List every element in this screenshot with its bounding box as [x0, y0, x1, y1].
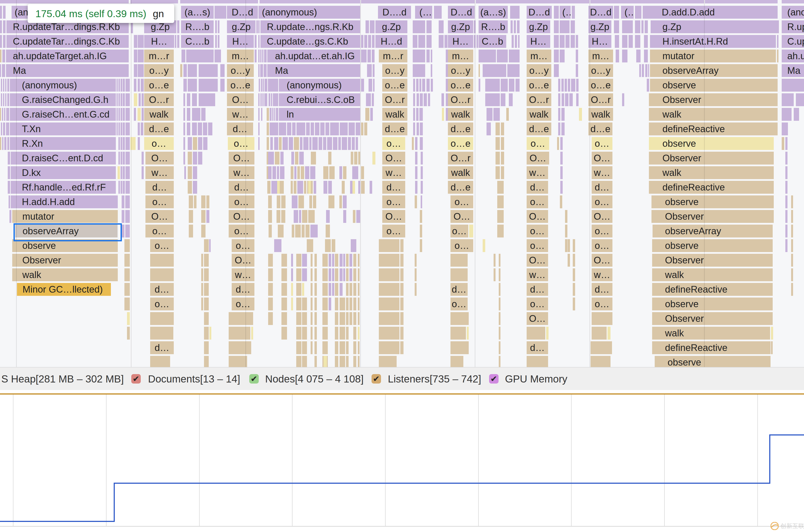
- flame-bar[interactable]: [267, 137, 269, 150]
- flame-bar[interactable]: [198, 122, 202, 135]
- flame-bar-o[interactable]: o…: [527, 298, 548, 310]
- flame-bar-Observer[interactable]: Observer: [12, 254, 118, 267]
- flame-bar[interactable]: [785, 181, 787, 194]
- flame-bar[interactable]: [268, 195, 272, 208]
- flame-bar[interactable]: [301, 166, 304, 179]
- flame-bar[interactable]: [177, 20, 179, 33]
- flame-bar[interactable]: [573, 239, 575, 252]
- flame-bar[interactable]: [358, 356, 360, 367]
- flame-bar[interactable]: [515, 35, 517, 48]
- flame-bar-Observer[interactable]: Observer: [652, 254, 773, 267]
- flame-bar-w[interactable]: w…: [527, 166, 548, 179]
- flame-bar[interactable]: [426, 50, 430, 62]
- flame-bar[interactable]: [349, 312, 352, 325]
- flame-bar[interactable]: [499, 312, 500, 325]
- flame-bar-Observer[interactable]: Observer: [652, 312, 773, 325]
- flame-bar-O[interactable]: O…: [382, 152, 405, 165]
- flame-bar-g.Zp[interactable]: g.Zp: [589, 20, 611, 33]
- flame-bar[interactable]: [353, 327, 356, 340]
- flame-bar[interactable]: [329, 268, 331, 281]
- flame-bar[interactable]: [206, 210, 209, 223]
- flame-bar[interactable]: [258, 108, 260, 121]
- flame-bar[interactable]: [560, 35, 564, 48]
- flame-bar-d[interactable]: d…: [592, 283, 612, 296]
- flame-bar[interactable]: [451, 356, 463, 367]
- flame-bar[interactable]: [267, 122, 269, 135]
- flame-bar[interactable]: [353, 312, 356, 325]
- flame-bar-oe[interactable]: o…e: [227, 79, 254, 92]
- flame-bar[interactable]: [372, 152, 376, 165]
- flame-bar[interactable]: [220, 79, 225, 92]
- flame-bar-observe[interactable]: observe: [655, 356, 770, 367]
- flame-bar[interactable]: [497, 50, 508, 62]
- flame-bar[interactable]: [204, 239, 209, 252]
- flame-bar[interactable]: [188, 137, 192, 150]
- flame-bar[interactable]: [571, 20, 575, 33]
- flame-bar[interactable]: [332, 268, 334, 281]
- flame-bar[interactable]: [0, 35, 2, 48]
- flame-bar-Observer[interactable]: Observer: [651, 210, 774, 223]
- flame-bar[interactable]: [636, 50, 640, 62]
- flame-bar-w[interactable]: w…: [592, 166, 612, 179]
- flame-bar-o[interactable]: o…: [150, 298, 174, 310]
- flame-bar[interactable]: [791, 210, 793, 223]
- flame-bar[interactable]: [3, 122, 5, 135]
- flame-bar[interactable]: [353, 298, 356, 310]
- flame-bar[interactable]: [791, 225, 793, 238]
- flame-bar[interactable]: [346, 327, 349, 340]
- flame-bar-w[interactable]: w…: [592, 268, 612, 281]
- flame-bar-D.raiseCent.D.cd[interactable]: D.raiseC…ent.D.cd: [11, 152, 116, 165]
- flame-bar[interactable]: [314, 356, 317, 367]
- flame-bar[interactable]: [134, 108, 136, 121]
- flame-bar[interactable]: [592, 327, 607, 340]
- flame-bar-d[interactable]: d…: [150, 341, 174, 354]
- flame-bar-de[interactable]: d…e: [382, 122, 407, 135]
- flame-bar[interactable]: [203, 122, 207, 135]
- flame-bar-walk[interactable]: walk: [144, 108, 174, 121]
- flame-bar[interactable]: [782, 122, 788, 135]
- flame-bar[interactable]: [125, 298, 130, 310]
- flame-bar[interactable]: [483, 64, 506, 77]
- flame-bar[interactable]: [451, 341, 469, 354]
- flame-bar[interactable]: [263, 79, 264, 92]
- flame-bar[interactable]: [187, 122, 190, 135]
- flame-bar[interactable]: [299, 195, 304, 208]
- flame-bar[interactable]: [0, 64, 1, 77]
- flame-bar-oy[interactable]: o…y: [382, 64, 407, 77]
- flame-bar[interactable]: [280, 152, 284, 165]
- flame-bar[interactable]: [201, 283, 203, 296]
- flame-bar[interactable]: [311, 122, 314, 135]
- flame-bar[interactable]: [353, 356, 356, 367]
- flame-bar[interactable]: [287, 122, 291, 135]
- flame-bar[interactable]: [791, 268, 793, 281]
- flame-bar[interactable]: [569, 93, 573, 106]
- flame-bar[interactable]: [274, 239, 282, 252]
- flame-bar[interactable]: [560, 166, 563, 179]
- flame-bar[interactable]: [439, 35, 444, 48]
- counter-label-1[interactable]: Documents[13 – 14]: [148, 367, 240, 391]
- flame-bar[interactable]: [201, 108, 206, 121]
- flame-bar[interactable]: [497, 195, 504, 208]
- flame-bar[interactable]: [302, 210, 307, 223]
- flame-bar[interactable]: [304, 181, 306, 194]
- flame-bar[interactable]: [782, 137, 784, 150]
- flame-bar-Hd[interactable]: H…d: [376, 35, 407, 48]
- flame-bar[interactable]: [643, 6, 649, 19]
- flame-bar[interactable]: [442, 108, 444, 121]
- flame-bar[interactable]: [400, 254, 403, 267]
- flame-bar-H.insertAt.H.Rd[interactable]: H.insertAt.H.Rd: [650, 35, 776, 48]
- flame-bar-O[interactable]: O…: [527, 254, 548, 267]
- flame-bar[interactable]: [571, 35, 575, 48]
- flame-bar[interactable]: [150, 268, 174, 281]
- flame-bar[interactable]: [215, 35, 217, 48]
- flame-bar[interactable]: [326, 210, 330, 223]
- flame-bar-o[interactable]: o…: [592, 225, 612, 238]
- flame-bar[interactable]: [629, 35, 633, 48]
- flame-bar-oe[interactable]: o…e: [382, 79, 407, 92]
- flame-bar-d[interactable]: d…: [592, 181, 612, 194]
- flame-bar[interactable]: [499, 356, 500, 367]
- flame-bar-[interactable]: (…: [621, 6, 634, 19]
- flame-bar-walk[interactable]: walk: [448, 166, 473, 179]
- flame-bar[interactable]: [201, 298, 203, 310]
- flame-bar[interactable]: [499, 283, 500, 296]
